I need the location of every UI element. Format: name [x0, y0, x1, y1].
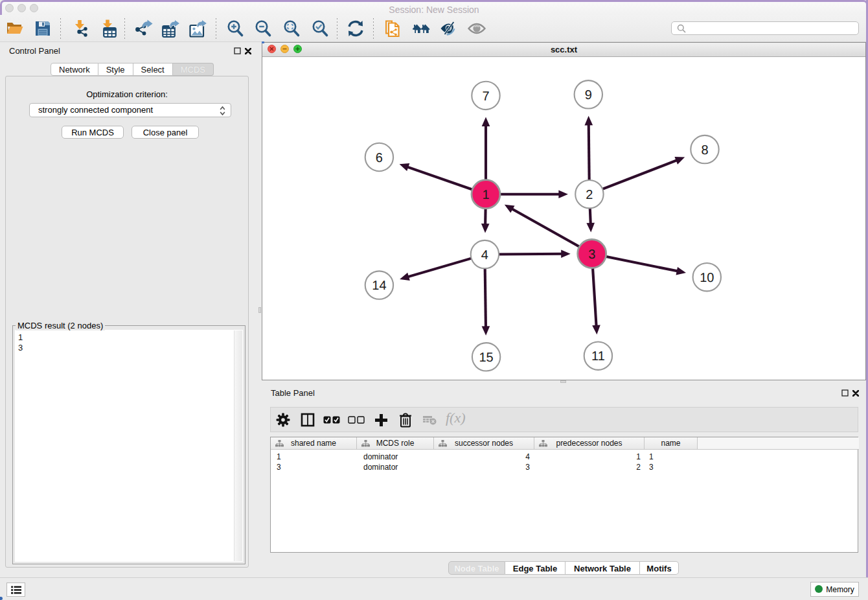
svg-text:8: 8 [701, 143, 708, 157]
svg-text:10: 10 [700, 271, 714, 285]
svg-text:6: 6 [376, 151, 383, 165]
svg-text:9: 9 [585, 88, 592, 102]
svg-text:14: 14 [372, 279, 386, 293]
svg-text:3: 3 [588, 248, 595, 262]
svg-text:7: 7 [482, 89, 489, 104]
svg-text:1: 1 [482, 188, 489, 202]
svg-text:15: 15 [479, 351, 493, 365]
svg-text:2: 2 [586, 188, 593, 202]
svg-text:4: 4 [481, 248, 488, 262]
svg-text:11: 11 [591, 349, 605, 363]
